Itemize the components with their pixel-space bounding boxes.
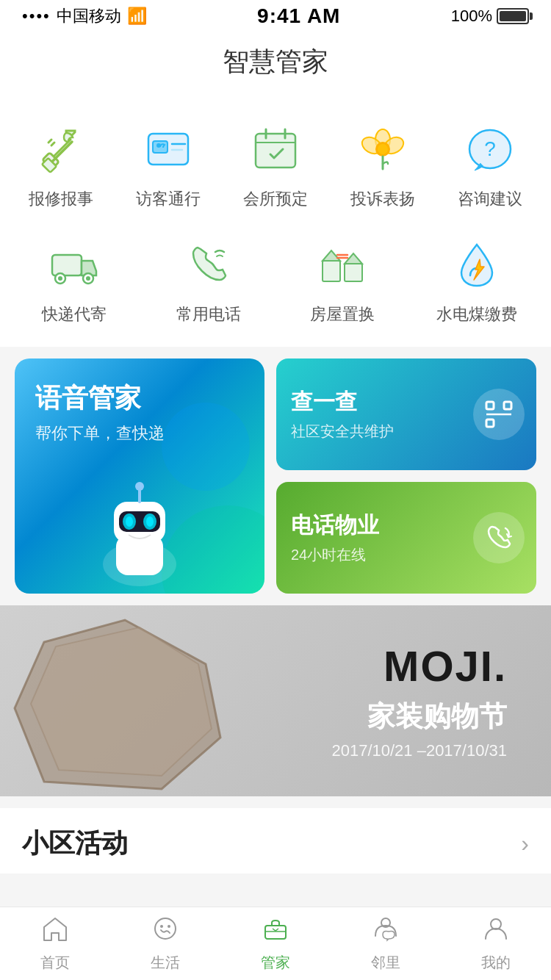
- menu-express[interactable]: 快递代寄: [30, 232, 118, 325]
- svg-rect-33: [345, 264, 362, 281]
- svg-point-30: [86, 276, 90, 281]
- card-icon: [143, 123, 194, 175]
- menu-phone[interactable]: 常用电话: [165, 232, 253, 325]
- scan-icon: [473, 389, 525, 440]
- svg-text:?: ?: [484, 137, 496, 160]
- svg-point-10: [156, 143, 161, 148]
- chat-icon: ?: [464, 123, 516, 175]
- home-nav-icon: [42, 915, 68, 948]
- drop-icon: [451, 239, 503, 290]
- nav-mine[interactable]: 我的: [452, 915, 540, 973]
- mine-nav-label: 我的: [481, 953, 511, 973]
- right-cards: 查一查 社区安全共维护 电话物业 24小时在线: [276, 359, 536, 594]
- consult-icon-box: ?: [458, 117, 522, 181]
- wifi-icon: 📶: [127, 7, 147, 26]
- activities-arrow[interactable]: ›: [521, 830, 529, 857]
- svg-point-57: [491, 919, 501, 929]
- express-label: 快递代寄: [42, 304, 107, 325]
- consult-label: 咨询建议: [458, 189, 522, 210]
- menu-repair[interactable]: 报修报事: [17, 117, 105, 210]
- banner-shape-icon: [0, 605, 250, 796]
- svg-rect-46: [504, 402, 511, 409]
- house-icon-box: [310, 232, 375, 297]
- check-card[interactable]: 查一查 社区安全共维护: [276, 359, 536, 470]
- activities-section: 小区活动 ›: [0, 808, 551, 873]
- phone-label: 常用电话: [176, 304, 241, 325]
- repair-icon-box: [29, 117, 93, 181]
- svg-point-22: [378, 144, 388, 154]
- status-left: •••• 中国移动 📶: [22, 5, 147, 27]
- visitor-icon-box: [136, 117, 201, 181]
- status-right: 100%: [451, 7, 529, 26]
- activities-title: 小区活动: [22, 826, 128, 862]
- club-icon-box: [243, 117, 308, 181]
- carrier-label: 中国移动: [57, 5, 121, 27]
- voice-card-title: 语音管家: [35, 381, 165, 417]
- menu-house[interactable]: 房屋置换: [298, 232, 386, 325]
- banner-section[interactable]: MOJI. 家装购物节 2017/10/21 –2017/10/31: [0, 605, 551, 796]
- utility-label: 水电煤缴费: [436, 304, 517, 325]
- svg-line-2: [48, 140, 51, 143]
- neighbor-nav-label: 邻里: [371, 953, 400, 973]
- menu-complaint[interactable]: 投诉表扬: [339, 117, 427, 210]
- battery-icon: [497, 8, 529, 24]
- menu-consult[interactable]: ? 咨询建议: [446, 117, 534, 210]
- svg-rect-45: [486, 402, 494, 409]
- mine-nav-icon: [483, 915, 509, 948]
- complaint-label: 投诉表扬: [350, 189, 415, 210]
- svg-point-41: [126, 516, 133, 527]
- wrench-icon: [35, 123, 87, 175]
- phone-icon-box: [176, 232, 241, 297]
- menu-utility[interactable]: 水电煤缴费: [433, 232, 521, 325]
- manager-nav-icon: [262, 915, 289, 948]
- home-nav-label: 首页: [40, 953, 70, 973]
- nav-manager[interactable]: 管家: [231, 915, 320, 973]
- repair-label: 报修报事: [29, 189, 93, 210]
- voice-card[interactable]: 语音管家 帮你下单，查快递: [15, 359, 264, 594]
- svg-rect-26: [52, 255, 82, 275]
- banner-date: 2017/10/21 –2017/10/31: [331, 741, 507, 760]
- icons-section: 报修报事 访客通行: [0, 95, 551, 347]
- visitor-label: 访客通行: [136, 189, 201, 210]
- battery-label: 100%: [451, 7, 492, 26]
- life-nav-label: 生活: [151, 953, 180, 973]
- voice-card-subtitle: 帮你下单，查快递: [35, 422, 165, 444]
- nav-neighbor[interactable]: 邻里: [342, 915, 430, 973]
- banner-title: 家装购物节: [331, 698, 507, 735]
- banner-text-area: MOJI. 家装购物节 2017/10/21 –2017/10/31: [331, 641, 507, 760]
- cards-section: 语音管家 帮你下单，查快递 查一查 社区: [0, 359, 551, 594]
- menu-visitor[interactable]: 访客通行: [124, 117, 212, 210]
- life-nav-icon: [152, 915, 179, 948]
- truck-icon: [48, 239, 100, 290]
- status-bar: •••• 中国移动 📶 9:41 AM 100%: [0, 0, 551, 32]
- menu-club[interactable]: 会所预定: [231, 117, 320, 210]
- neighbor-nav-icon: [372, 915, 399, 948]
- icons-row-2: 快递代寄 常用电话: [0, 225, 551, 340]
- robot-icon: [73, 461, 206, 594]
- banner-brand: MOJI.: [331, 641, 507, 691]
- banner-bg: MOJI. 家装购物节 2017/10/21 –2017/10/31: [0, 605, 551, 796]
- svg-rect-54: [265, 926, 286, 939]
- svg-point-53: [168, 925, 170, 928]
- flower-icon: [357, 123, 408, 175]
- phone-property-card[interactable]: 电话物业 24小时在线: [276, 482, 536, 594]
- svg-point-44: [135, 482, 144, 491]
- svg-point-51: [155, 918, 176, 939]
- house-label: 房屋置换: [310, 304, 375, 325]
- icons-row-1: 报修报事 访客通行: [0, 109, 551, 225]
- svg-point-42: [146, 516, 154, 527]
- calendar-icon: [250, 123, 301, 175]
- express-icon-box: [42, 232, 107, 297]
- svg-rect-47: [486, 419, 494, 427]
- activities-header: 小区活动 ›: [22, 826, 529, 862]
- phone-icon: [183, 239, 234, 290]
- svg-marker-50: [31, 627, 212, 776]
- voice-card-text: 语音管家 帮你下单，查快递: [35, 381, 165, 444]
- svg-line-3: [51, 143, 54, 145]
- svg-rect-11: [256, 134, 295, 167]
- nav-home[interactable]: 首页: [11, 915, 99, 973]
- nav-life[interactable]: 生活: [121, 915, 209, 973]
- signal-dots: ••••: [22, 7, 51, 26]
- bottom-nav: 首页 生活 管家: [0, 907, 551, 980]
- page-title: 智慧管家: [0, 32, 551, 95]
